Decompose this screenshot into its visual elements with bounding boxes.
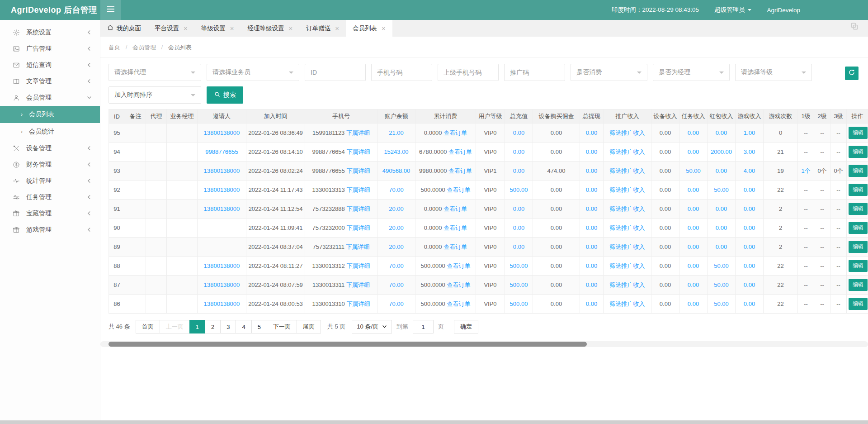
view-order-link[interactable]: 查看订单 bbox=[443, 243, 467, 250]
close-icon[interactable]: × bbox=[335, 25, 339, 32]
horizontal-scrollbar[interactable] bbox=[108, 342, 587, 347]
inviter-link[interactable]: 13800138000 bbox=[204, 262, 240, 269]
inviter-link[interactable]: 13800138000 bbox=[204, 281, 240, 288]
filter-promo-income-link[interactable]: 筛选推广收入 bbox=[610, 186, 645, 193]
page-2-button[interactable]: 2 bbox=[205, 320, 221, 333]
view-order-link[interactable]: 查看订单 bbox=[448, 167, 472, 174]
filter-promo-income-link[interactable]: 筛选推广收入 bbox=[610, 129, 645, 136]
username-link[interactable]: AgriDevelop bbox=[767, 7, 800, 14]
tab-order-gift[interactable]: 订单赠送× bbox=[299, 20, 346, 37]
view-order-link[interactable]: 查看订单 bbox=[443, 224, 467, 231]
subordinate-detail-link[interactable]: 下属详细 bbox=[346, 224, 370, 231]
view-order-link[interactable]: 查看订单 bbox=[447, 300, 470, 307]
subordinate-detail-link[interactable]: 下属详细 bbox=[346, 205, 370, 212]
filter-promo-income-link[interactable]: 筛选推广收入 bbox=[610, 243, 645, 250]
sidebar-item-ad-management[interactable]: 广告管理 bbox=[0, 41, 100, 57]
subordinate-detail-link[interactable]: 下属详细 bbox=[346, 262, 370, 269]
inviter-link[interactable]: 13800138000 bbox=[204, 167, 240, 174]
sidebar-subitem-member-list[interactable]: ›会员列表 bbox=[0, 106, 100, 123]
edit-button[interactable]: 编辑 bbox=[849, 127, 868, 139]
tab-manager-level-settings[interactable]: 经理等级设置× bbox=[241, 20, 300, 37]
tab-my-desktop[interactable]: 我的桌面 bbox=[100, 20, 148, 37]
close-icon[interactable]: × bbox=[184, 25, 188, 32]
close-icon[interactable]: × bbox=[382, 25, 386, 32]
page-first-button[interactable]: 首页 bbox=[136, 320, 160, 333]
page-prev-button[interactable]: 上一页 bbox=[160, 320, 190, 333]
search-button[interactable]: 搜索 bbox=[207, 86, 243, 104]
inviter-link[interactable]: 9988776655 bbox=[205, 148, 238, 155]
salesman-select[interactable]: 请选择业务员 bbox=[207, 64, 299, 81]
inviter-link[interactable]: 13800138000 bbox=[204, 186, 240, 193]
tab-member-list[interactable]: 会员列表× bbox=[346, 20, 392, 37]
tab-level-settings[interactable]: 等级设置× bbox=[194, 20, 241, 37]
sidebar-item-article-management[interactable]: 文章管理 bbox=[0, 73, 100, 90]
filter-promo-income-link[interactable]: 筛选推广收入 bbox=[610, 167, 645, 174]
sidebar-item-finance-management[interactable]: 财务管理 bbox=[0, 157, 100, 173]
sidebar-item-treasure-management[interactable]: 宝藏管理 bbox=[0, 205, 100, 222]
edit-button[interactable]: 编辑 bbox=[849, 279, 868, 291]
subordinate-detail-link[interactable]: 下属详细 bbox=[346, 129, 370, 136]
edit-button[interactable]: 编辑 bbox=[849, 222, 868, 234]
filter-promo-income-link[interactable]: 筛选推广收入 bbox=[610, 205, 645, 212]
parent-phone-input[interactable] bbox=[438, 64, 499, 81]
close-icon[interactable]: × bbox=[289, 25, 293, 32]
subordinate-detail-link[interactable]: 下属详细 bbox=[346, 186, 370, 193]
view-order-link[interactable]: 查看订单 bbox=[447, 262, 470, 269]
role-dropdown[interactable]: 超级管理员 bbox=[714, 6, 752, 14]
confirm-button[interactable]: 确定 bbox=[454, 320, 478, 333]
sort-select[interactable]: 加入时间排序 bbox=[108, 86, 201, 104]
inviter-link[interactable]: 13800138000 bbox=[204, 205, 240, 212]
subordinate-detail-link[interactable]: 下属详细 bbox=[346, 300, 370, 307]
filter-promo-income-link[interactable]: 筛选推广收入 bbox=[610, 224, 645, 231]
view-order-link[interactable]: 查看订单 bbox=[443, 205, 467, 212]
level-select[interactable]: 请选择等级 bbox=[735, 64, 812, 81]
sidebar-item-task-management[interactable]: 任务管理 bbox=[0, 189, 100, 205]
phone-input[interactable] bbox=[371, 64, 432, 81]
edit-button[interactable]: 编辑 bbox=[849, 298, 868, 310]
edit-button[interactable]: 编辑 bbox=[849, 241, 868, 253]
close-icon[interactable]: × bbox=[230, 25, 234, 32]
filter-promo-income-link[interactable]: 筛选推广收入 bbox=[610, 262, 645, 269]
goto-page-input[interactable] bbox=[413, 320, 434, 333]
sidebar-toggle-button[interactable] bbox=[100, 0, 121, 20]
agent-select[interactable]: 请选择代理 bbox=[108, 64, 201, 81]
page-1-button[interactable]: 1 bbox=[189, 320, 205, 333]
id-input[interactable] bbox=[305, 64, 366, 81]
filter-promo-income-link[interactable]: 筛选推广收入 bbox=[610, 281, 645, 288]
edit-button[interactable]: 编辑 bbox=[849, 184, 868, 196]
breadcrumb-member-mgmt[interactable]: 会员管理 bbox=[132, 44, 156, 51]
edit-button[interactable]: 编辑 bbox=[849, 203, 868, 215]
view-order-link[interactable]: 查看订单 bbox=[447, 281, 470, 288]
page-4-button[interactable]: 4 bbox=[236, 320, 251, 333]
page-next-button[interactable]: 下一页 bbox=[267, 320, 297, 333]
promo-code-input[interactable] bbox=[504, 64, 565, 81]
edit-button[interactable]: 编辑 bbox=[849, 146, 868, 158]
view-order-link[interactable]: 查看订单 bbox=[443, 129, 467, 136]
subordinate-detail-link[interactable]: 下属详细 bbox=[346, 243, 369, 250]
view-order-link[interactable]: 查看订单 bbox=[447, 186, 470, 193]
sidebar-item-member-management[interactable]: 会员管理 bbox=[0, 90, 100, 106]
subordinate-detail-link[interactable]: 下属详细 bbox=[346, 281, 370, 288]
sidebar-item-system-settings[interactable]: 系统设置 bbox=[0, 24, 100, 41]
sidebar-item-device-management[interactable]: 设备管理 bbox=[0, 140, 100, 157]
sidebar-item-stats-management[interactable]: 统计管理 bbox=[0, 173, 100, 189]
tab-platform-settings[interactable]: 平台设置× bbox=[148, 20, 194, 37]
filter-promo-income-link[interactable]: 筛选推广收入 bbox=[610, 300, 645, 307]
inviter-link[interactable]: 13800138000 bbox=[204, 129, 240, 136]
inviter-link[interactable]: 13800138000 bbox=[204, 300, 240, 307]
page-3-button[interactable]: 3 bbox=[220, 320, 236, 333]
subordinate-detail-link[interactable]: 下属详细 bbox=[346, 148, 370, 155]
consume-select[interactable]: 是否消费 bbox=[571, 64, 647, 81]
tab-overflow-icon[interactable] bbox=[850, 22, 859, 33]
page-last-button[interactable]: 尾页 bbox=[297, 320, 321, 333]
page-5-button[interactable]: 5 bbox=[251, 320, 267, 333]
manager-select[interactable]: 是否为经理 bbox=[653, 64, 730, 81]
subordinate-detail-link[interactable]: 下属详细 bbox=[346, 167, 370, 174]
sidebar-item-game-management[interactable]: 游戏管理 bbox=[0, 222, 100, 238]
filter-promo-income-link[interactable]: 筛选推广收入 bbox=[610, 148, 645, 155]
view-order-link[interactable]: 查看订单 bbox=[448, 148, 472, 155]
refresh-button[interactable] bbox=[845, 67, 859, 80]
edit-button[interactable]: 编辑 bbox=[849, 165, 868, 177]
edit-button[interactable]: 编辑 bbox=[849, 260, 868, 272]
sidebar-subitem-member-stats[interactable]: ›会员统计 bbox=[0, 123, 100, 140]
